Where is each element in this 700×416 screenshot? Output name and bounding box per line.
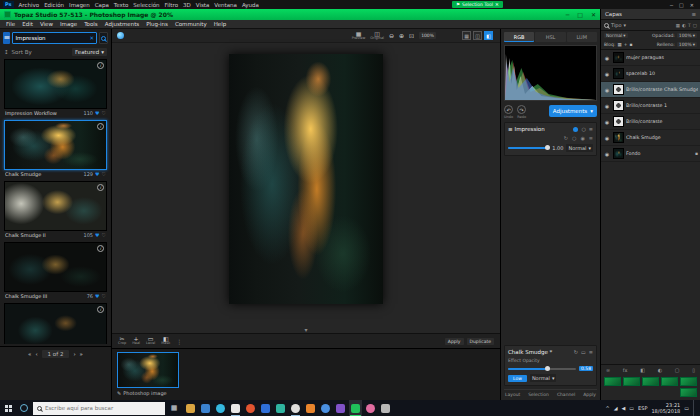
taskbar-app-icon[interactable] [259,400,272,416]
tab-hsl[interactable]: HSL [535,32,565,42]
ps-menu-ventana[interactable]: Ventana [214,2,237,8]
maximize-button[interactable]: □ [577,11,583,18]
preset-card-chalk-smudge-3[interactable]: i Chalk Smudge III 76 ♥ ♡ [4,242,107,299]
visibility-eye-icon[interactable]: ◉ [603,119,611,125]
last-page-button[interactable]: » [80,351,83,357]
edited-image[interactable] [229,54,383,304]
layer-name[interactable]: spacelab 10 [626,71,698,76]
hamburger-menu-button[interactable]: ≡ [3,32,10,44]
taskbar-app-icon[interactable] [244,400,257,416]
layer-row-background[interactable]: ◉ Fondo ▪ [601,146,700,162]
redo-button[interactable]: ↷ Redo [517,105,526,119]
circle-icon[interactable]: ○ [581,126,585,132]
thumbs-up-icon[interactable]: ♥ [95,232,99,238]
undo-button[interactable]: ↶ Undo [504,105,513,119]
ps-menu-3d[interactable]: 3D [183,2,191,8]
heart-icon[interactable]: ♡ [102,110,106,116]
dock-tile[interactable] [642,377,659,386]
menu-community[interactable]: Community [175,21,207,27]
visibility-eye-icon[interactable]: ◉ [603,151,611,157]
clear-search-icon[interactable]: ✕ [89,35,94,41]
dock-tile[interactable] [623,377,640,386]
effect-opacity-slider[interactable] [508,368,576,370]
layer-row[interactable]: ◉ Brillo/contraste 1 [601,98,700,114]
dock-tile[interactable] [604,377,621,386]
info-icon[interactable]: i [97,245,104,252]
search-button[interactable] [99,32,108,44]
footer-layout[interactable]: Layout [505,392,520,397]
layer-thumbnail[interactable] [613,68,624,79]
language-indicator[interactable]: ESP [638,405,647,411]
footer-selection[interactable]: Selection [528,392,549,397]
first-page-button[interactable]: « [28,351,31,357]
tab-lum[interactable]: LUM [567,32,597,42]
footer-apply[interactable]: Apply [583,392,596,397]
layer-row[interactable]: ◉ Chalk Smudge [601,130,700,146]
cortana-button[interactable] [17,404,31,412]
taskbar-app-icon[interactable] [319,400,332,416]
taskbar-app-icon[interactable] [199,400,212,416]
reset-icon[interactable]: ↻ [564,135,568,141]
selection-tool-badge[interactable]: ⚑ Selection Tool ✕ [452,1,503,8]
preset-card-chalk-smudge-2[interactable]: i Chalk Smudge II 105 ♥ ♡ [4,181,107,238]
taskbar-app-icon[interactable] [229,400,242,416]
menu-file[interactable]: File [6,21,15,27]
layer-row[interactable]: ◉ Brillo/contraste [601,114,700,130]
taskbar-search-input[interactable] [45,405,161,411]
strength-chip[interactable]: Low [508,375,527,382]
preset-card-impression-workflow[interactable]: i Impression Workflow 110 ♥ ♡ [4,59,107,116]
menu-edit[interactable]: Edit [22,21,33,27]
preset-thumbnail[interactable]: i [4,181,107,231]
next-page-button[interactable]: › [73,351,75,357]
menu-icon[interactable]: ≡ [589,126,593,132]
more-tools-icon[interactable]: ⋮ [176,338,182,345]
footer-channel[interactable]: Channel [557,392,575,397]
notification-center-icon[interactable]: ▭ [684,405,689,411]
layer-style-icon[interactable]: fx [623,367,628,373]
thumbs-up-icon[interactable]: ♥ [95,293,99,299]
dock-tile[interactable] [680,388,697,397]
dock-tile[interactable] [680,377,697,386]
preset-thumbnail[interactable]: i [4,120,107,170]
start-button[interactable] [0,400,17,416]
search-input[interactable] [15,35,87,41]
heart-icon[interactable]: ♡ [102,171,106,177]
impression-adjustment-card[interactable]: ≡ Impression ○ ≡ ↻ ○ ◉ ≡ [504,122,597,156]
menu-icon[interactable]: ≡ [589,349,593,355]
preset-thumbnail[interactable]: i [4,242,107,292]
zoom-level[interactable]: 100% [419,32,436,39]
preset-search-field[interactable]: ✕ [12,32,97,44]
filter-type-label[interactable]: Tipo [611,22,622,28]
layer-thumbnail[interactable] [613,52,624,63]
layer-name[interactable]: mujer paraguas [626,55,698,60]
layer-thumbnail[interactable] [613,148,624,159]
visibility-eye-icon[interactable]: ◉ [603,55,611,61]
ps-menu-texto[interactable]: Texto [114,2,129,8]
fill-dropdown[interactable]: 100% ▾ [677,42,697,47]
layer-row-selected[interactable]: ◉ Brillo/contraste Chalk Smudge II [601,82,700,98]
split-view-button[interactable]: ◫ [473,31,482,40]
topaz-titlebar[interactable]: Topaz Studio 57-513 - Photoshop Image @ … [0,9,600,20]
taskbar-app-icon[interactable] [289,400,302,416]
thumbs-up-icon[interactable]: ♥ [95,171,99,177]
ps-menu-ayuda[interactable]: Ayuda [242,2,259,8]
blend-mode-dropdown[interactable]: Normal ▾ [566,144,593,152]
thumbs-up-icon[interactable]: ♥ [95,110,99,116]
battery-icon[interactable]: ▭ [629,405,634,411]
drag-handle-icon[interactable]: ≡ [508,126,513,132]
save-icon[interactable]: ▭ [581,349,586,355]
show-desktop-button[interactable] [693,400,697,416]
preset-thumbnail[interactable]: i [4,303,107,344]
taskbar-app-icon[interactable] [364,400,377,416]
enabled-toggle-icon[interactable] [573,127,578,132]
ps-menu-capa[interactable]: Capa [95,2,109,8]
menu-icon[interactable]: ≡ [589,135,593,141]
taskbar-app-icon[interactable] [214,400,227,416]
fit-button[interactable]: ⊡ [409,33,414,39]
ps-menu-imagen[interactable]: Imagen [69,2,90,8]
visibility-eye-icon[interactable]: ◉ [603,71,611,77]
visibility-eye-icon[interactable]: ◉ [603,135,611,141]
filmstrip-thumbnail[interactable] [117,352,179,388]
link-layers-icon[interactable]: ∞ [606,367,610,373]
heart-icon[interactable]: ♡ [102,293,106,299]
